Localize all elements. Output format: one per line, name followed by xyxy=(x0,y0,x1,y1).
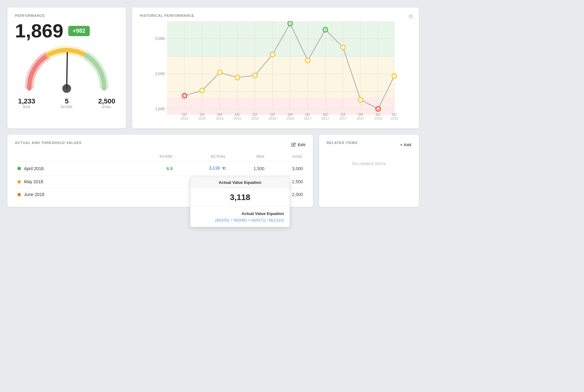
tooltip-header: Actual Value Equation xyxy=(190,177,290,188)
tooltip-value: 3,118 xyxy=(190,188,290,207)
tooltip-eq-title: Actual Value Equation xyxy=(196,211,284,216)
tooltip-overlay[interactable] xyxy=(0,0,584,392)
tooltip-box: Actual Value Equation3,118Actual Value E… xyxy=(190,177,290,227)
tooltip-expression: (M(935) + M(936) + M(937)) / M(1315) xyxy=(196,218,284,222)
tooltip-body: Actual Value Equation(M(935) + M(936) + … xyxy=(190,207,290,227)
